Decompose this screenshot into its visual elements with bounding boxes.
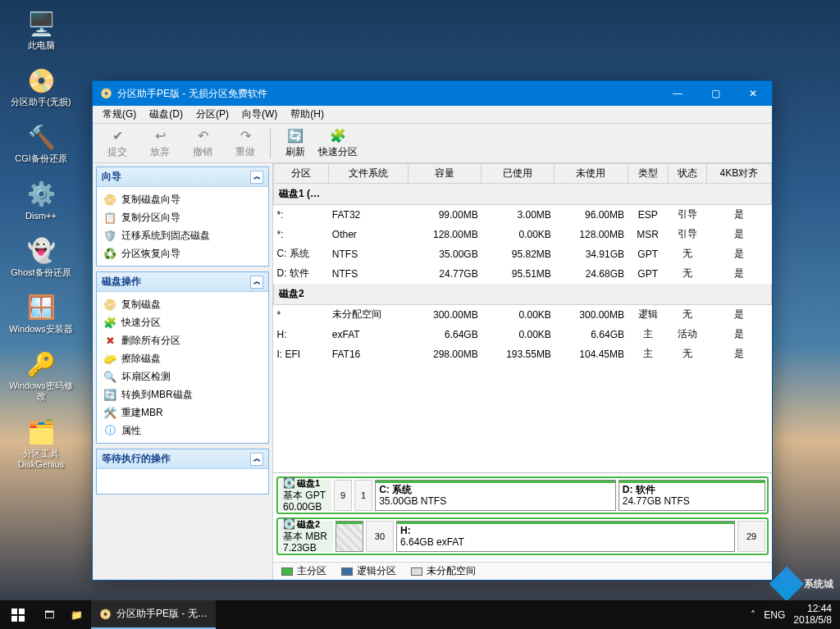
column-header[interactable]: 4KB对齐: [706, 164, 771, 184]
column-header[interactable]: 文件系统: [329, 164, 409, 184]
partition-block[interactable]: H:6.64GB exFAT: [396, 521, 735, 552]
partition-row[interactable]: H:exFAT6.64GB0.00KB6.64GB主活动是: [274, 325, 772, 344]
disk-map-row[interactable]: 💽磁盘1基本 GPT60.00GB91C: 系统35.00GB NTFSD: 软…: [276, 476, 769, 514]
diskops-panel-header[interactable]: 磁盘操作 ︽: [97, 272, 268, 292]
sidebar-item[interactable]: ⓘ属性: [98, 422, 267, 440]
desktop-icon[interactable]: ⚙️Dism++: [4, 175, 78, 225]
column-header[interactable]: 类型: [628, 164, 668, 184]
sidebar-item-label: 擦除磁盘: [121, 352, 161, 366]
desktop-icon[interactable]: 🖥️此电脑: [4, 4, 78, 54]
tray-chevron-icon[interactable]: ˄: [751, 609, 756, 621]
desktop-icon-glyph: 🔑: [25, 348, 57, 381]
collapse-icon[interactable]: ︽: [250, 453, 263, 466]
desktop-icon[interactable]: 📀分区助手(无损): [4, 61, 78, 111]
partition-row[interactable]: *:Other128.00MB0.00KB128.00MBMSR引导是: [274, 225, 772, 244]
partition-grid[interactable]: 分区文件系统容量已使用未使用类型状态4KB对齐磁盘1 (…*:FAT3299.0…: [273, 163, 772, 472]
taskview-button[interactable]: 🗔: [36, 600, 62, 629]
collapse-icon[interactable]: ︽: [250, 276, 263, 289]
close-button[interactable]: ✕: [734, 81, 772, 106]
cell-align: 是: [706, 305, 771, 325]
cell-free: 300.00MB: [555, 305, 628, 325]
desktop-icon-label: Windows安装器: [9, 324, 73, 335]
clock[interactable]: 12:44 2018/5/8: [793, 604, 832, 625]
cell-partition: D: 软件: [274, 264, 329, 284]
column-header[interactable]: 状态: [668, 164, 706, 184]
disk-group-row[interactable]: 磁盘2: [274, 284, 772, 305]
sidebar-item[interactable]: 🔄转换到MBR磁盘: [98, 385, 267, 403]
desktop-icon[interactable]: 👻Ghost备份还原: [4, 231, 78, 281]
sidebar-item[interactable]: ✖删除所有分区: [98, 331, 267, 349]
partition-row[interactable]: *:FAT3299.00MB3.00MB96.00MBESP引导是: [274, 205, 772, 225]
sidebar: 向导 ︽ 📀复制磁盘向导📋复制分区向导🛡️迁移系统到固态磁盘♻️分区恢复向导 磁…: [93, 163, 273, 580]
collapse-icon[interactable]: ︽: [250, 171, 263, 184]
system-tray: ˄ ENG 12:44 2018/5/8: [742, 604, 840, 625]
quick-button[interactable]: 🧩快速分区: [317, 125, 359, 162]
column-header[interactable]: 分区: [274, 164, 329, 184]
explorer-button[interactable]: 📁: [62, 600, 91, 629]
toolbar-separator: [270, 129, 271, 158]
legend-item: 未分配空间: [411, 564, 476, 578]
desktop-icon[interactable]: 🗂️分区工具DiskGenius: [4, 412, 78, 473]
maximize-button[interactable]: ▢: [696, 81, 734, 106]
sidebar-item-icon: ♻️: [103, 247, 116, 260]
refresh-button[interactable]: 🔄刷新: [274, 125, 317, 162]
disk-group-row[interactable]: 磁盘1 (…: [274, 184, 772, 205]
tool-label: 提交: [107, 145, 127, 159]
sidebar-item[interactable]: 🧽擦除磁盘: [98, 349, 267, 367]
partition-row[interactable]: C: 系统NTFS35.00GB95.82MB34.91GBGPT无是: [274, 244, 772, 264]
partition-block-small[interactable]: 1: [354, 480, 372, 511]
sidebar-item[interactable]: 📋复制分区向导: [98, 208, 267, 226]
cell-type: ESP: [628, 205, 668, 225]
sidebar-item[interactable]: 🔍坏扇区检测: [98, 367, 267, 385]
pending-panel-header[interactable]: 等待执行的操作 ︽: [97, 449, 268, 469]
menu-item[interactable]: 帮助(H): [285, 106, 329, 123]
partition-row[interactable]: I: EFIFAT16298.00MB193.55MB104.45MB主无是: [274, 344, 772, 364]
partition-block[interactable]: [336, 521, 363, 552]
sidebar-item[interactable]: ♻️分区恢复向导: [98, 244, 267, 262]
titlebar[interactable]: 📀 分区助手PE版 - 无损分区免费软件 — ▢ ✕: [93, 81, 772, 106]
language-indicator[interactable]: ENG: [764, 609, 785, 621]
menubar: 常规(G)磁盘(D)分区(P)向导(W)帮助(H): [93, 106, 772, 124]
cell-partition: H:: [274, 325, 329, 344]
column-header[interactable]: 已使用: [482, 164, 555, 184]
cell-used: 0.00KB: [482, 305, 555, 325]
column-header[interactable]: 容量: [409, 164, 482, 184]
taskbar-app-button[interactable]: 📀 分区助手PE版 - 无…: [91, 600, 216, 629]
cell-state: 无: [668, 344, 706, 364]
sidebar-item[interactable]: 🛠️重建MBR: [98, 403, 267, 422]
cell-partition: *:: [274, 205, 329, 225]
cell-state: 无: [668, 264, 706, 284]
sidebar-item[interactable]: 📀复制磁盘: [98, 295, 267, 313]
disk-size: 60.00GB: [283, 501, 328, 513]
partition-block-small[interactable]: 9: [334, 480, 352, 511]
quick-icon: 🧩: [330, 127, 346, 144]
disk-map-row[interactable]: 💽磁盘2基本 MBR7.23GB30H:6.64GB exFAT29: [276, 517, 769, 555]
desktop-icon[interactable]: 🪟Windows安装器: [4, 288, 78, 338]
menu-item[interactable]: 分区(P): [191, 106, 234, 123]
partition-block[interactable]: C: 系统35.00GB NTFS: [375, 480, 616, 511]
sidebar-item[interactable]: 📀复制磁盘向导: [98, 190, 267, 208]
partition-block[interactable]: D: 软件24.77GB NTFS: [619, 480, 765, 511]
menu-item[interactable]: 常规(G): [98, 106, 141, 123]
minimize-button[interactable]: —: [659, 81, 696, 106]
menu-item[interactable]: 向导(W): [237, 106, 282, 123]
partition-block-small[interactable]: 30: [366, 521, 394, 552]
legend-swatch: [411, 567, 422, 576]
partition-row[interactable]: *未分配空间300.00MB0.00KB300.00MB逻辑无是: [274, 305, 772, 325]
column-header[interactable]: 未使用: [555, 164, 628, 184]
cell-type: GPT: [628, 244, 668, 264]
desktop-icon[interactable]: 🔨CGI备份还原: [4, 117, 78, 167]
sidebar-item[interactable]: 🛡️迁移系统到固态磁盘: [98, 226, 267, 244]
cell-fs: FAT32: [329, 205, 409, 225]
cell-align: 是: [706, 325, 771, 344]
start-button[interactable]: [0, 600, 36, 629]
desktop-icon[interactable]: 🔑Windows密码修改: [4, 344, 78, 405]
desktop-icon-label: 分区工具DiskGenius: [7, 449, 75, 470]
menu-item[interactable]: 磁盘(D): [144, 106, 188, 123]
partition-row[interactable]: D: 软件NTFS24.77GB95.51MB24.68GBGPT无是: [274, 264, 772, 284]
partition-block-small[interactable]: 29: [737, 521, 765, 552]
sidebar-item[interactable]: 🧩快速分区: [98, 313, 267, 331]
disk-info: 💽磁盘1基本 GPT60.00GB: [280, 480, 331, 511]
cell-capacity: 128.00MB: [409, 225, 482, 244]
wizard-panel-header[interactable]: 向导 ︽: [97, 167, 268, 187]
